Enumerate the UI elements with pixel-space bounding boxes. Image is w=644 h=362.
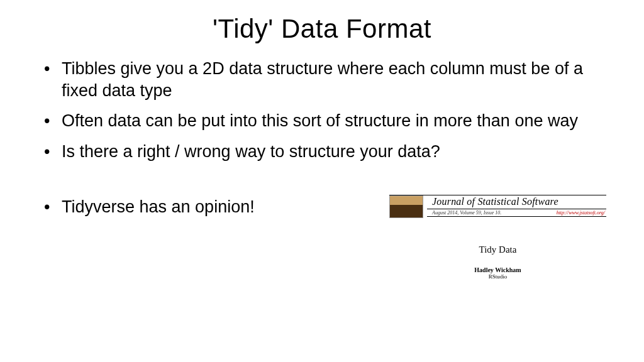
paper-title-block: Journal of Statistical Software August 2…	[423, 195, 606, 218]
spacer	[44, 171, 613, 196]
paper-issue: August 2014, Volume 59, Issue 10.	[432, 210, 501, 216]
bullet-item: Tibbles give you a 2D data structure whe…	[44, 58, 613, 101]
slide-title: 'Tidy' Data Format	[0, 0, 644, 52]
paper-thumbnail-image	[389, 195, 423, 218]
bullet-list: Tibbles give you a 2D data structure whe…	[44, 58, 613, 162]
paper-meta-row: August 2014, Volume 59, Issue 10. http:/…	[427, 209, 606, 217]
bullet-item: Often data can be put into this sort of …	[44, 110, 613, 132]
bullet-item: Is there a right / wrong way to structur…	[44, 141, 613, 163]
paper-affiliation: RStudio	[389, 273, 606, 280]
paper-url: http://www.jstatsoft.org/	[557, 210, 605, 216]
paper-header: Journal of Statistical Software August 2…	[389, 195, 606, 218]
paper-article-title: Tidy Data	[389, 244, 606, 255]
paper-article-block: Tidy Data Hadley Wickham RStudio	[389, 244, 606, 280]
slide-body: Tibbles give you a 2D data structure whe…	[0, 52, 644, 218]
slide: 'Tidy' Data Format Tibbles give you a 2D…	[0, 0, 644, 362]
paper-journal-name: Journal of Statistical Software	[427, 195, 606, 209]
paper-reference: Journal of Statistical Software August 2…	[389, 195, 606, 280]
paper-author: Hadley Wickham	[389, 266, 606, 273]
